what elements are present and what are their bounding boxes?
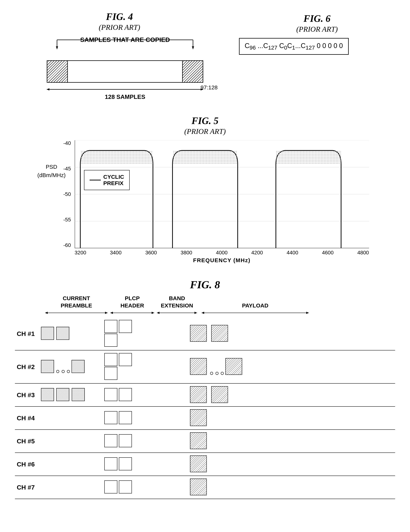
payload-arrow-svg: [201, 310, 309, 315]
ch3-band: [147, 383, 188, 407]
ch5-plcp-block1: [104, 434, 117, 447]
y-tick-40: -40: [63, 140, 73, 146]
ch7-row: CH #7: [15, 476, 395, 499]
fig6-container: FIG. 6 (PRIOR ART) C96 ...C127 C0C1...C1…: [224, 11, 395, 55]
fig5-chart-wrapper: PSD (dBm/MHz) -40 -45 -50 -55 -60: [38, 140, 373, 264]
x-tick-4200: 4200: [251, 250, 263, 256]
ch7-payload: [188, 476, 395, 499]
ch6-band: [147, 453, 188, 476]
col-label-preamble: CURRENTPREAMBLE: [61, 294, 92, 309]
ch3-preamble: [39, 383, 103, 407]
ch2-dot4: [210, 372, 213, 375]
ch2-dot5: [216, 372, 219, 375]
ch2-dot6: [221, 372, 224, 375]
ch4-payload: [188, 407, 395, 430]
fig4-copies-label: SAMPLES THAT ARE COPIED: [80, 36, 170, 43]
x-tick-3200: 3200: [75, 250, 86, 256]
plcp-arrow: [110, 310, 155, 315]
fig4-title: FIG. 4: [15, 11, 224, 22]
ch3-plcp-block2: [119, 388, 132, 401]
fig8-col-payload: PAYLOAD: [201, 302, 309, 315]
fig4-container: FIG. 4 (PRIOR ART) SA: [15, 11, 224, 100]
ch2-row: CH #2: [15, 350, 395, 383]
y-tick-50: -50: [63, 191, 73, 197]
svg-marker-39: [157, 312, 160, 314]
svg-rect-14: [80, 151, 153, 164]
fig5-y-ticks: -40 -45 -50 -55 -60: [60, 140, 75, 248]
ch2-preamble-block2: [72, 360, 85, 373]
svg-marker-6: [47, 88, 49, 91]
ch4-band: [147, 407, 188, 430]
ch4-payload-block1: [190, 409, 207, 426]
fig4-box: 97:128: [47, 60, 203, 83]
ch5-payload-block1: [190, 432, 207, 449]
fig4-diagram: SAMPLES THAT ARE COPIED 97:128: [36, 36, 203, 100]
col-label-payload: PAYLOAD: [242, 302, 268, 309]
ch3-payload: [188, 383, 395, 407]
ch1-band: [147, 317, 188, 350]
ch5-row: CH #5: [15, 430, 395, 453]
legend-text: CYCLIC PREFIX: [103, 174, 124, 186]
ch2-plcp-block3: [104, 367, 117, 380]
fig8-col-band: BANDEXTENSION: [156, 294, 198, 315]
fig5-chart-flex: -40 -45 -50 -55 -60: [60, 140, 373, 248]
ch2-band: [147, 350, 188, 383]
ch2-plcp-block1: [104, 353, 117, 366]
svg-rect-16: [276, 151, 341, 164]
ch1-preamble: [39, 317, 103, 350]
fig4-128-label: 128 SAMPLES: [47, 94, 203, 100]
ch7-band: [147, 476, 188, 499]
fig6-box: C96 ...C127 C0C1...C127 0 0 0 0 0: [239, 38, 349, 55]
legend-line: [90, 180, 101, 180]
ch7-label: CH #7: [15, 476, 39, 499]
ch2-dot1: [56, 370, 59, 373]
ch1-plcp-block1: [104, 320, 117, 333]
svg-marker-36: [110, 312, 113, 314]
col-label-plcp: PLCPHEADER: [121, 294, 144, 309]
ch3-payload-block1: [190, 386, 207, 403]
fig6-title: FIG. 6: [239, 13, 395, 24]
fig8-col-plcp: PLCPHEADER: [110, 294, 155, 315]
fig8-col-preamble: CURRENTPREAMBLE: [45, 294, 108, 315]
ch6-preamble: [39, 453, 103, 476]
ch2-payload: [188, 350, 395, 383]
ch2-label: CH #2: [15, 350, 39, 383]
ch3-plcp-block1: [104, 388, 117, 401]
page: FIG. 4 (PRIOR ART) SA: [0, 0, 410, 532]
fig8-title: FIG. 8: [15, 278, 395, 291]
ch2-preamble-block1: [41, 360, 54, 373]
x-tick-4000: 4000: [216, 250, 228, 256]
ch2-payload-block2: [225, 358, 242, 375]
svg-marker-37: [152, 312, 154, 314]
y-tick-60: -60: [63, 242, 73, 248]
fig5-legend: CYCLIC PREFIX: [84, 170, 130, 190]
ch1-payload: [188, 317, 395, 350]
svg-marker-33: [45, 312, 48, 314]
fig4-hatch-right: [182, 61, 203, 82]
fig5-x-labels: 3200 3400 3600 3800 4000 4200 4400 4600 …: [75, 250, 369, 256]
psd-label: PSD (dBm/MHz): [38, 162, 66, 179]
ch5-plcp-block2: [119, 434, 132, 447]
top-row: FIG. 4 (PRIOR ART) SA: [15, 11, 395, 100]
ch1-preamble-block2: [56, 327, 69, 340]
plcp-arrow-svg: [110, 310, 155, 315]
fig5-x-label: FREQUENCY (MHz): [75, 257, 369, 264]
col-label-band: BANDEXTENSION: [161, 294, 193, 309]
x-tick-3600: 3600: [145, 250, 157, 256]
preamble-arrow-svg: [45, 310, 108, 315]
x-tick-4600: 4600: [322, 250, 334, 256]
ch5-payload: [188, 430, 395, 453]
ch1-label: CH #1: [15, 317, 39, 350]
svg-marker-40: [194, 312, 197, 314]
ch1-plcp: [103, 317, 147, 350]
fig4-hatch-left: [47, 61, 68, 82]
ch7-plcp-block1: [104, 480, 117, 494]
ch6-plcp-block2: [119, 457, 132, 470]
ch4-plcp-block2: [119, 411, 132, 424]
ch2-dot2: [62, 370, 65, 373]
svg-rect-15: [173, 151, 238, 164]
ch6-label: CH #6: [15, 453, 39, 476]
ch7-plcp: [103, 476, 147, 499]
fig4-label-97: 97:128: [201, 84, 218, 91]
svg-marker-4: [192, 46, 194, 49]
